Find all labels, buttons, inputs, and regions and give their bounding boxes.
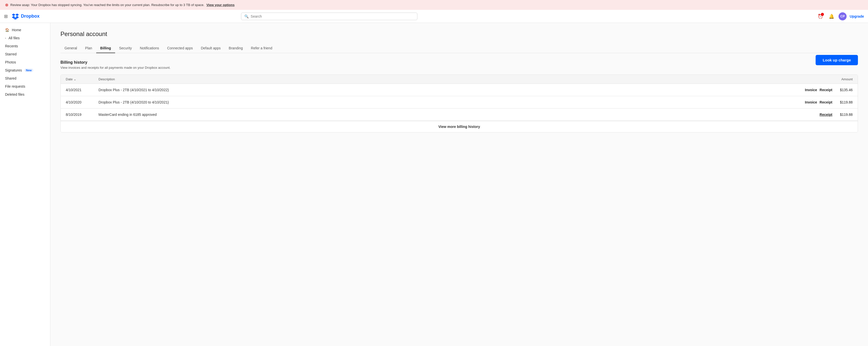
row2-invoice-link[interactable]: Invoice (805, 100, 817, 104)
col-description-header: Description (98, 77, 841, 81)
sidebar-label-deletedfiles: Deleted files (5, 92, 25, 96)
sidebar-label-photos: Photos (5, 60, 16, 64)
table-row: 4/10/2020 Dropbox Plus - 2TB (4/10/2020 … (61, 96, 858, 108)
logo[interactable]: Dropbox (12, 13, 39, 20)
tabs: General Plan Billing Security Notificati… (60, 43, 858, 53)
date-label: Date (66, 77, 72, 81)
logo-text: Dropbox (21, 13, 39, 19)
sidebar-item-home[interactable]: 🏠 Home (0, 26, 50, 34)
row1-date: 4/10/2021 (66, 88, 98, 92)
sort-icon: ⌄ (73, 77, 76, 81)
row1-description: Dropbox Plus - 2TB (4/10/2021 to 4/10/20… (98, 88, 805, 92)
avatar-btn[interactable]: CP (839, 12, 846, 21)
sidebar-item-filerequests[interactable]: File requests (0, 82, 50, 90)
tab-billing[interactable]: Billing (96, 43, 115, 53)
topnav: ⊞ Dropbox 🔍 ⏰ ! 🔔 CP Upgrade (0, 10, 868, 23)
sidebar-item-photos[interactable]: Photos (0, 58, 50, 66)
sidebar-item-shared[interactable]: Shared (0, 74, 50, 82)
tab-default-apps[interactable]: Default apps (197, 43, 225, 53)
chevron-icon: › (5, 36, 6, 39)
search-input[interactable] (251, 14, 414, 19)
sidebar-label-recents: Recents (5, 44, 18, 48)
row3-description: MasterCard ending in 6185 approved (98, 113, 819, 117)
row1-invoice-link[interactable]: Invoice (805, 88, 817, 92)
row2-date: 4/10/2020 (66, 100, 98, 104)
billing-section: Billing history View invoices and receip… (60, 60, 858, 132)
row2-amount: $119.88 (835, 100, 852, 104)
sidebar-item-starred[interactable]: Starred (0, 50, 50, 58)
lookup-charge-btn[interactable]: Look up charge (816, 55, 858, 65)
bell-icon: 🔔 (829, 13, 834, 19)
sidebar-label-filerequests: File requests (5, 84, 25, 88)
col-date-header: Date ⌄ (66, 77, 98, 81)
row2-actions: Invoice Receipt (805, 100, 833, 104)
sidebar-item-signatures[interactable]: Signatures New (0, 66, 50, 74)
page-title: Personal account (60, 30, 858, 37)
sidebar: 🏠 Home › All files Recents Starred Photo… (0, 23, 51, 346)
row3-actions: Receipt (819, 113, 833, 117)
row3-date: 8/10/2019 (66, 113, 98, 117)
sidebar-label-home: Home (12, 28, 21, 32)
tab-plan[interactable]: Plan (81, 43, 96, 53)
tab-general[interactable]: General (60, 43, 81, 53)
sidebar-item-recents[interactable]: Recents (0, 42, 50, 50)
search-icon: 🔍 (244, 14, 249, 19)
sidebar-item-deletedfiles[interactable]: Deleted files (0, 90, 50, 98)
billing-title: Billing history (60, 60, 858, 65)
billing-subtitle: View invoices and receipts for all payme… (60, 66, 858, 69)
sidebar-label-allfiles: All files (8, 36, 20, 40)
billing-table: Date ⌄ Description Amount 4/10/2021 Drop… (60, 74, 858, 132)
search-box[interactable]: 🔍 (241, 12, 417, 20)
row2-description: Dropbox Plus - 2TB (4/10/2020 to 4/10/20… (98, 100, 805, 104)
row3-receipt-link[interactable]: Receipt (819, 113, 833, 117)
activity-icon-btn[interactable]: ⏰ ! (816, 12, 825, 21)
row2-receipt-link[interactable]: Receipt (819, 100, 833, 104)
banner-close-icon[interactable]: ⊗ (5, 2, 8, 7)
sidebar-item-allfiles[interactable]: › All files (0, 34, 50, 42)
sidebar-label-signatures: Signatures (5, 68, 22, 72)
tab-refer-friend[interactable]: Refer a friend (247, 43, 276, 53)
view-more-billing[interactable]: View more billing history (61, 121, 858, 132)
tab-notifications[interactable]: Notifications (136, 43, 163, 53)
tab-connected-apps[interactable]: Connected apps (163, 43, 197, 53)
home-icon: 🏠 (5, 28, 9, 32)
activity-badge: ! (821, 13, 824, 16)
sidebar-label-starred: Starred (5, 52, 17, 56)
nav-actions: ⏰ ! 🔔 CP Upgrade (816, 12, 864, 21)
row1-receipt-link[interactable]: Receipt (819, 88, 833, 92)
row3-amount: $119.88 (835, 113, 852, 117)
layout: 🏠 Home › All files Recents Starred Photo… (0, 23, 868, 346)
table-row: 8/10/2019 MasterCard ending in 6185 appr… (61, 108, 858, 121)
banner-link[interactable]: View your options (206, 3, 235, 7)
row1-amount: $135.46 (835, 88, 852, 92)
signatures-badge: New (25, 68, 33, 72)
sidebar-label-shared: Shared (5, 76, 17, 80)
banner: ⊗ Review asap: Your Dropbox has stopped … (0, 0, 868, 10)
table-header: Date ⌄ Description Amount (61, 75, 858, 84)
tab-security[interactable]: Security (115, 43, 136, 53)
row1-actions: Invoice Receipt (805, 88, 833, 92)
notifications-btn[interactable]: 🔔 (828, 12, 836, 21)
grid-icon[interactable]: ⊞ (4, 13, 8, 19)
col-amount-header: Amount (841, 77, 852, 81)
banner-message: Review asap: Your Dropbox has stopped sy… (10, 3, 204, 7)
upgrade-btn[interactable]: Upgrade (849, 14, 864, 19)
main-content: Personal account General Plan Billing Se… (51, 23, 868, 346)
tab-branding[interactable]: Branding (225, 43, 247, 53)
table-row: 4/10/2021 Dropbox Plus - 2TB (4/10/2021 … (61, 84, 858, 96)
